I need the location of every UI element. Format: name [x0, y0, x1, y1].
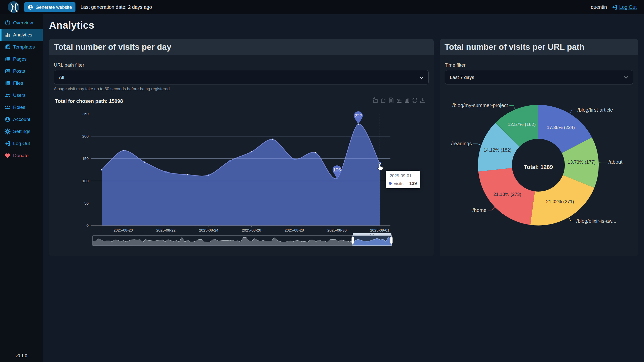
- svg-text:2025-08-26: 2025-08-26: [242, 228, 261, 232]
- svg-text:21.02% (271): 21.02% (271): [546, 199, 574, 204]
- svg-text:250: 250: [82, 112, 89, 116]
- svg-text:/blog/elixir-is-aw...: /blog/elixir-is-aw...: [576, 218, 616, 224]
- svg-text:150: 150: [82, 156, 89, 161]
- svg-text:/blog/first-article: /blog/first-article: [577, 107, 613, 113]
- svg-text:/about: /about: [609, 159, 623, 165]
- svg-text:/readings: /readings: [451, 141, 472, 146]
- svg-text:2025-08-24: 2025-08-24: [199, 228, 218, 232]
- svg-text:21.18% (273): 21.18% (273): [493, 192, 521, 197]
- svg-text:2025-08-30: 2025-08-30: [327, 228, 347, 232]
- svg-text:17.38% (224): 17.38% (224): [547, 125, 575, 130]
- svg-text:200: 200: [82, 134, 89, 138]
- svg-text:100: 100: [82, 179, 89, 183]
- svg-text:50: 50: [84, 201, 89, 205]
- svg-text:2025-08-28: 2025-08-28: [285, 228, 304, 232]
- svg-text:2025-08-20: 2025-08-20: [113, 228, 133, 232]
- svg-text:2025-09-01: 2025-09-01: [370, 228, 389, 232]
- svg-text:0: 0: [87, 223, 89, 228]
- svg-text:/home: /home: [472, 207, 487, 213]
- svg-text:227: 227: [354, 113, 363, 118]
- svg-text:14.12% (182): 14.12% (182): [484, 147, 511, 153]
- svg-text:12.57% (162): 12.57% (162): [508, 122, 536, 127]
- svg-text:Total: 1289: Total: 1289: [524, 164, 553, 170]
- svg-text:/blog/my-summer-project: /blog/my-summer-project: [452, 103, 508, 108]
- svg-text:2025-08-22: 2025-08-22: [156, 228, 176, 232]
- svg-text:106: 106: [333, 167, 341, 172]
- svg-text:13.73% (177): 13.73% (177): [568, 159, 595, 165]
